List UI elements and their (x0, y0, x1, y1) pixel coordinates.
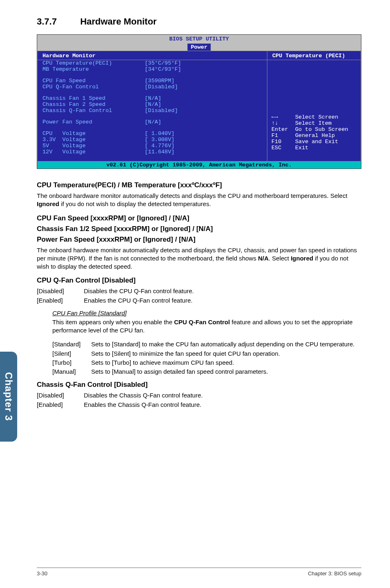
bios-item-value: [11.648V] (145, 149, 175, 155)
option-key: [Silent] (52, 350, 91, 358)
option-key: [Turbo] (52, 359, 91, 367)
page-footer: 3-30 Chapter 3: BIOS setup (0, 568, 390, 577)
option-row: [Turbo]Sets to [Turbo] to achieve maximu… (52, 359, 361, 367)
text-bold: N/A (258, 255, 269, 262)
bios-screenshot: BIOS SETUP UTILITY Power Hardware Monito… (37, 34, 361, 169)
heading-chassis-qfan: Chassis Q-Fan Control [Disabled] (37, 381, 361, 389)
option-key: [Enabled] (37, 401, 84, 409)
bios-item-value: [N/A] (145, 119, 161, 125)
bios-active-tab: Power (187, 43, 211, 51)
bios-item-value: [ 3.008V] (145, 137, 175, 143)
bios-item-value: [35°C/95°F] (145, 60, 181, 66)
bios-help-text: Select Screen (295, 114, 338, 120)
paragraph: The onboard hardware monitor automatical… (37, 192, 361, 209)
bios-help-key: F1 (271, 132, 295, 139)
bios-footer: v02.61 (C)Copyright 1985-2009, American … (37, 162, 361, 168)
text: . Select (269, 255, 291, 262)
bios-help-key: Enter (271, 126, 295, 132)
option-desc: Disables the Chassis Q-Fan control featu… (84, 391, 361, 399)
heading-cpu-fan-speed: CPU Fan Speed [xxxxRPM] or [Ignored] / [… (37, 214, 361, 222)
cpu-fan-profile-block: CPU Fan Profile [Standard] This item app… (52, 310, 361, 376)
bios-help-text: Go to Sub Screen (295, 126, 348, 132)
heading-chassis-fan-speed: Chassis Fan 1/2 Speed [xxxxRPM] or [Igno… (37, 225, 361, 233)
bios-item-label: Chassis Q-Fan Control (43, 108, 145, 114)
chapter-side-label: Chapter 3 (3, 372, 14, 421)
bios-item-value: [34°C/93°F] (145, 66, 181, 72)
option-row: [Disabled]Disables the CPU Q-Fan control… (37, 287, 361, 295)
heading-power-fan-speed: Power Fan Speed [xxxxRPM] or [Ignored] /… (37, 236, 361, 244)
text: The onboard hardware monitor automatical… (37, 192, 347, 199)
bios-help-key: ESC (271, 145, 295, 151)
bios-item-label: Chassis Fan 1 Speed (43, 95, 145, 101)
option-row: [Standard]Sets to [Standard] to make the… (52, 340, 361, 348)
bios-item-label: 3.3V Voltage (43, 137, 145, 143)
option-key: [Disabled] (37, 287, 84, 295)
option-row: [Silent]Sets to [Silent] to minimize the… (52, 350, 361, 358)
bios-left-header: Hardware Monitor (38, 52, 267, 60)
chapter-side-tab: Chapter 3 (0, 352, 17, 442)
option-desc: Sets to [Turbo] to achieve maximum CPU f… (91, 359, 361, 367)
option-row: [Disabled]Disables the Chassis Q-Fan con… (37, 391, 361, 399)
bios-item-label: CPU Fan Speed (43, 78, 145, 84)
bios-help-key: ↑↓ (271, 120, 295, 126)
bios-item-label: CPU Voltage (43, 130, 145, 137)
option-row: [Enabled]Enables the Chassis Q-Fan contr… (37, 401, 361, 409)
section-number: 3.7.7 (37, 16, 78, 27)
bios-utility-title: BIOS SETUP UTILITY (37, 36, 361, 43)
option-desc: Enables the Chassis Q-Fan control featur… (84, 401, 361, 409)
bios-item-value: [ 4.776V] (145, 143, 175, 149)
option-key: [Standard] (52, 340, 91, 348)
bios-item-value: [N/A] (145, 101, 161, 108)
bios-help-text: Save and Exit (295, 139, 338, 145)
text-bold: Ignored (291, 255, 313, 262)
option-row: [Enabled]Enables the CPU Q-Fan control f… (37, 296, 361, 305)
bios-item-label: CPU Q-Fan Control (43, 84, 145, 90)
bios-right-pane: CPU Temperature (PECI) ←→Select Screen ↑… (267, 51, 361, 162)
bios-title-bar: BIOS SETUP UTILITY Power (37, 35, 361, 51)
bios-help-key: ←→ (271, 114, 295, 120)
bios-item-value: [ 1.040V] (145, 130, 175, 137)
heading-cpu-temperature: CPU Temperature(PECI) / MB Temperature [… (37, 181, 361, 189)
paragraph: The onboard hardware monitor automatical… (37, 246, 361, 271)
option-desc: Enables the CPU Q-Fan control feature. (84, 296, 361, 305)
bios-item-value: [N/A] (145, 95, 161, 101)
option-key: [Disabled] (37, 391, 84, 399)
bios-item-label: MB Temperature (43, 66, 145, 72)
bios-item-value: [Disabled] (145, 84, 178, 90)
option-row: [Manual]Sets to [Manual] to assign detai… (52, 368, 361, 376)
bios-item-label: 12V Voltage (43, 149, 145, 155)
bios-item-label: Power Fan Speed (43, 119, 145, 125)
bios-help-key: F10 (271, 139, 295, 145)
option-desc: Disables the CPU Q-Fan control feature. (84, 287, 361, 295)
bios-item-value: [3590RPM] (145, 78, 175, 84)
section-title: Hardware Monitor (80, 16, 157, 27)
bios-help-text: General Help (295, 132, 335, 139)
bios-help-text: Exit (295, 145, 308, 151)
text: if you do not wish to display the detect… (59, 200, 211, 207)
bios-left-pane: Hardware Monitor CPU Temperature(PECI)[3… (37, 51, 267, 162)
bios-item-label: Chassis Fan 2 Speed (43, 101, 145, 108)
bios-item-label: 5V Voltage (43, 143, 145, 149)
bios-item-label: CPU Temperature(PECI) (43, 60, 145, 66)
paragraph: This item appears only when you enable t… (52, 318, 361, 335)
heading-cpu-fan-profile: CPU Fan Profile [Standard] (52, 310, 361, 316)
page-number: 3-30 (37, 570, 47, 577)
text-bold: CPU Q-Fan Control (174, 319, 230, 325)
option-desc: Sets to [Standard] to make the CPU fan a… (91, 340, 361, 348)
bios-right-header: CPU Temperature (PECI) (267, 52, 361, 60)
bios-help-text: Select Item (295, 120, 332, 126)
text-bold: Ignored (37, 200, 59, 207)
option-desc: Sets to [Manual] to assign detailed fan … (91, 368, 361, 376)
bios-item-value: [Disabled] (145, 108, 178, 114)
section-heading: 3.7.7 Hardware Monitor (37, 16, 361, 27)
page-content: 3.7.7 Hardware Monitor BIOS SETUP UTILIT… (0, 0, 390, 426)
heading-cpu-qfan: CPU Q-Fan Control [Disabled] (37, 276, 361, 285)
option-key: [Enabled] (37, 296, 84, 305)
option-desc: Sets to [Silent] to minimize the fan spe… (91, 350, 361, 358)
footer-chapter: Chapter 3: BIOS setup (308, 570, 361, 577)
text: This item appears only when you enable t… (52, 319, 174, 325)
option-key: [Manual] (52, 368, 91, 376)
